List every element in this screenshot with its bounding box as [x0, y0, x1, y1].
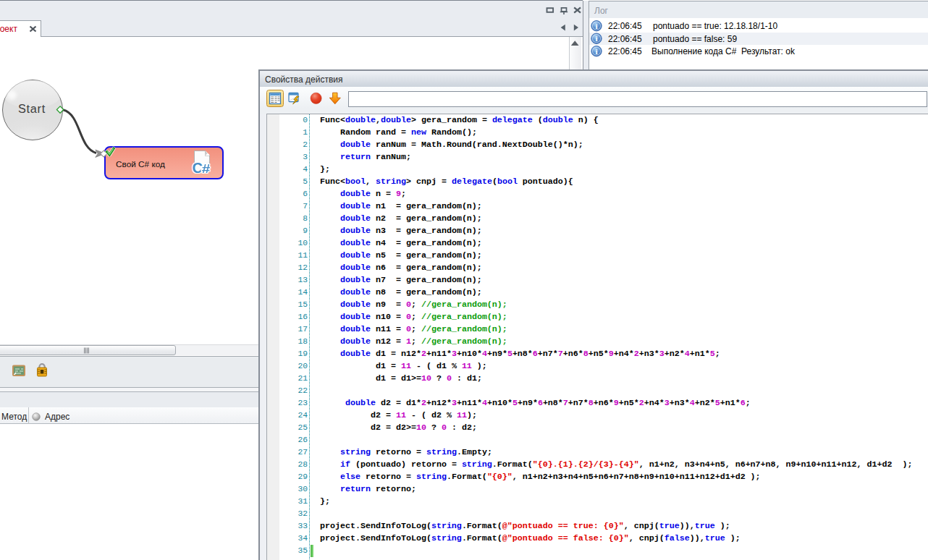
svg-text:i: i — [595, 22, 597, 30]
svg-text:i: i — [595, 47, 597, 56]
svg-text:i: i — [595, 34, 597, 43]
